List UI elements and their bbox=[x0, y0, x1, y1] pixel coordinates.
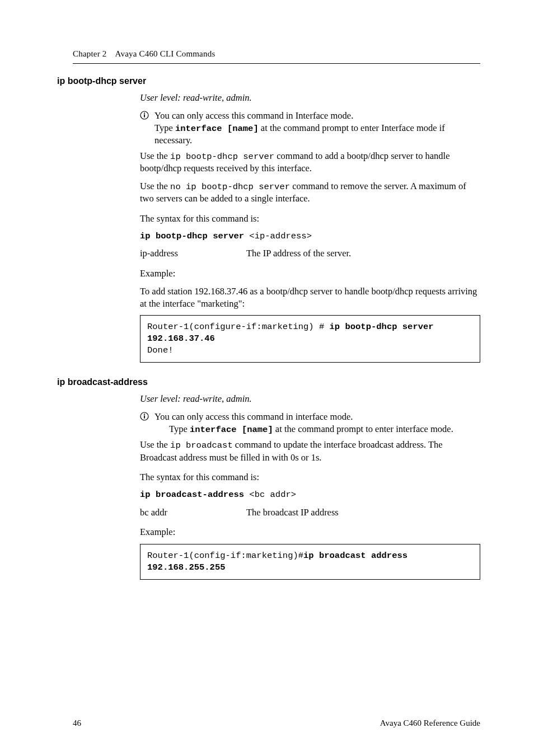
paragraph: Use the ip broadcast command to update t… bbox=[140, 439, 480, 463]
info-line2a: Type bbox=[169, 424, 190, 434]
param-label: ip-address bbox=[140, 247, 246, 260]
info-sub-line: Type interface [name] at the command pro… bbox=[169, 423, 453, 435]
header-rule bbox=[73, 63, 480, 64]
info-text: You can only access this command in Inte… bbox=[154, 110, 480, 147]
code-example: Router-1(config-if:marketing)#ip broadca… bbox=[140, 544, 480, 580]
para1-cmd: ip bootp-dhcp server bbox=[170, 152, 274, 162]
info-line2-cmd: interface [name] bbox=[175, 124, 259, 134]
parameter-row: ip-address The IP address of the server. bbox=[140, 247, 480, 260]
para2a: Use the bbox=[140, 181, 170, 191]
info-line1: You can only access this command in inte… bbox=[154, 411, 353, 422]
parameter-row: bc addr The broadcast IP address bbox=[140, 506, 480, 519]
svg-point-1 bbox=[144, 112, 145, 114]
code-after: Done! bbox=[147, 345, 174, 355]
svg-rect-5 bbox=[144, 415, 145, 418]
paragraph: Use the no ip bootp-dhcp server command … bbox=[140, 180, 480, 205]
info-note: You can only access this command in Inte… bbox=[140, 110, 480, 147]
syntax-cmd: ip bootp-dhcp server bbox=[140, 231, 244, 241]
info-text: You can only access this command in inte… bbox=[154, 411, 480, 435]
example-desc: To add station 192.168.37.46 as a bootp/… bbox=[140, 285, 480, 310]
info-line2b: at the command prompt to enter interface… bbox=[273, 424, 453, 434]
user-level-note: User level: read-write, admin. bbox=[140, 393, 480, 405]
example-label: Example: bbox=[140, 526, 480, 538]
syntax-arg: <ip-address> bbox=[244, 231, 312, 241]
info-icon bbox=[140, 111, 149, 120]
svg-rect-2 bbox=[144, 114, 145, 117]
syntax-intro: The syntax for this command is: bbox=[140, 471, 480, 483]
paragraph: Use the ip bootp-dhcp server command to … bbox=[140, 150, 480, 175]
para2-cmd: no ip bootp-dhcp server bbox=[170, 182, 290, 192]
info-line2a: Type bbox=[154, 123, 175, 133]
info-icon bbox=[140, 412, 149, 421]
info-line2-cmd: interface [name] bbox=[190, 425, 273, 435]
syntax-arg: <bc addr> bbox=[244, 490, 296, 500]
para1a: Use the bbox=[140, 439, 170, 450]
doc-title: Avaya C460 Reference Guide bbox=[380, 719, 480, 728]
param-desc: The broadcast IP address bbox=[246, 506, 480, 519]
svg-point-4 bbox=[144, 414, 145, 415]
info-note: You can only access this command in inte… bbox=[140, 411, 480, 435]
chapter-label: Chapter 2 bbox=[73, 49, 107, 58]
code-prefix: Router-1(config-if:marketing)# bbox=[147, 551, 303, 561]
example-label: Example: bbox=[140, 267, 480, 280]
chapter-title: Avaya C460 CLI Commands bbox=[115, 49, 216, 58]
chapter-header: Chapter 2 Avaya C460 CLI Commands bbox=[73, 49, 480, 59]
user-level-note: User level: read-write, admin. bbox=[140, 92, 480, 104]
info-line1: You can only access this command in Inte… bbox=[154, 110, 353, 121]
param-desc: The IP address of the server. bbox=[246, 247, 480, 260]
syntax-line: ip broadcast-address <bc addr> bbox=[140, 489, 480, 500]
para1a: Use the bbox=[140, 151, 170, 161]
page-number: 46 bbox=[73, 719, 81, 728]
page-footer: 46 Avaya C460 Reference Guide bbox=[73, 719, 480, 728]
para1-cmd: ip broadcast bbox=[170, 440, 233, 450]
code-example: Router-1(configure-if:marketing) # ip bo… bbox=[140, 315, 480, 363]
section-title-ip-bootp-dhcp-server: ip bootp-dhcp server bbox=[57, 76, 480, 86]
syntax-cmd: ip broadcast-address bbox=[140, 490, 244, 500]
section-title-ip-broadcast-address: ip broadcast-address bbox=[57, 377, 480, 387]
syntax-intro: The syntax for this command is: bbox=[140, 213, 480, 225]
param-label: bc addr bbox=[140, 506, 246, 519]
syntax-line: ip bootp-dhcp server <ip-address> bbox=[140, 231, 480, 242]
code-prefix: Router-1(configure-if:marketing) # bbox=[147, 322, 330, 332]
